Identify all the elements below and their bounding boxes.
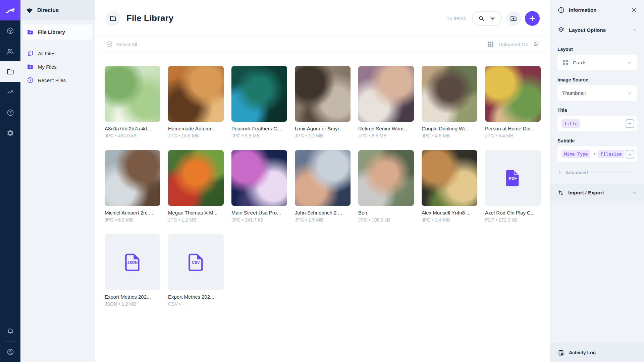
file-grid-scroll[interactable]: A8c0a7db 2b7a 4d...JPG • 467.0 kBHomemad…	[95, 52, 550, 362]
field-chip[interactable]: Mime Type	[561, 150, 590, 158]
people-icon	[6, 47, 14, 55]
module-users[interactable]	[0, 41, 20, 61]
history-icon	[26, 76, 34, 84]
file-thumbnail[interactable]	[231, 66, 287, 122]
user-menu-button[interactable]	[0, 342, 20, 362]
sidebar-item-file-library[interactable]: File Library	[23, 24, 92, 40]
module-settings[interactable]	[0, 123, 20, 143]
cards-view-icon[interactable]	[487, 41, 494, 48]
image-source-select[interactable]: Thumbnail	[557, 85, 637, 101]
file-card[interactable]: Peacock Feathers C...JPG • 9.5 MB	[231, 66, 287, 138]
file-meta: JPG • 467.0 kB	[105, 133, 160, 138]
chevron-right-icon	[557, 170, 562, 175]
file-card[interactable]: Person at Home Doi...JPG • 5.4 MB	[485, 66, 541, 138]
information-header: Information	[551, 0, 644, 20]
advanced-label: Advanced	[566, 170, 588, 175]
field-chip[interactable]: Title	[561, 119, 580, 128]
file-thumbnail[interactable]	[422, 150, 477, 206]
file-meta: JPG • 108.0 kB	[358, 217, 414, 223]
file-meta: JPG • 241.7 kB	[231, 217, 287, 223]
file-card[interactable]: Homemade Autumn...JPG • 18.6 MB	[168, 66, 224, 138]
file-card[interactable]: Megan Thomas X M...JPG • 1.2 MB	[168, 150, 224, 223]
close-icon[interactable]	[631, 7, 637, 13]
image-source-field-label: Image Source	[557, 77, 637, 82]
add-field-button[interactable]	[626, 150, 634, 159]
search-input[interactable]	[472, 11, 502, 26]
file-name: Retired Senior Wom...	[358, 125, 414, 132]
file-card[interactable]: A8c0a7db 2b7a 4d...JPG • 467.0 kB	[105, 66, 160, 138]
layout-field-label: Layout	[557, 47, 637, 52]
page-title-button[interactable]	[106, 11, 120, 26]
help-icon	[6, 109, 14, 117]
folder-icon	[6, 68, 14, 76]
chevron-up-icon	[631, 27, 637, 33]
select-all-label: Select All	[116, 42, 137, 47]
file-name: Michiel Annaert 2rc ...	[105, 209, 160, 216]
layout-options-section-header[interactable]: Layout Options	[551, 20, 644, 40]
file-thumbnail[interactable]	[485, 66, 541, 122]
file-thumbnail[interactable]: CSV	[168, 234, 224, 290]
file-thumbnail[interactable]	[168, 150, 224, 206]
file-type-document-icon: JSON	[122, 252, 143, 273]
file-meta: JPG • 6.9 MB	[105, 217, 160, 223]
file-card[interactable]: Main Street Usa Pro...JPG • 241.7 kB	[231, 150, 287, 223]
module-insights[interactable]	[0, 82, 20, 102]
file-thumbnail[interactable]	[295, 66, 351, 122]
activity-log-button[interactable]: Activity Log	[551, 343, 644, 362]
select-all-button[interactable]: Select All	[106, 41, 137, 48]
sort-direction-icon[interactable]	[533, 41, 540, 48]
layout-select[interactable]: Cards	[557, 55, 637, 70]
sidebar-item-recent-files[interactable]: Recent Files	[23, 73, 92, 87]
field-chip[interactable]: Filesize	[598, 150, 625, 158]
file-card[interactable]: CSVExport Metrics 202...CSV • --	[168, 234, 224, 307]
file-card[interactable]: Alex Munsell Yr4n8 ...JPG • 2.4 MB	[422, 150, 477, 223]
file-thumbnail[interactable]	[105, 150, 160, 206]
import-export-section-header[interactable]: Import / Export	[551, 183, 644, 202]
file-card[interactable]: John Schnobrich 2 ...JPG • 1.5 MB	[295, 150, 351, 223]
file-card[interactable]: PDFAxel Rod Chi Play C...PDF • 272.3 kB	[485, 150, 541, 223]
module-help[interactable]	[0, 102, 20, 123]
file-thumbnail[interactable]	[168, 66, 224, 122]
file-name: Axel Rod Chi Play C...	[485, 209, 541, 216]
file-meta: PDF • 272.3 kB	[485, 217, 541, 223]
module-files[interactable]	[0, 61, 20, 82]
file-card[interactable]: Retired Senior Wom...JPG • 6.5 MB	[358, 66, 414, 138]
file-thumbnail[interactable]	[105, 66, 160, 122]
advanced-toggle[interactable]: Advanced	[557, 170, 637, 175]
file-card[interactable]: JSONExport Metrics 202...JSON • 1.2 MB	[105, 234, 160, 307]
file-card[interactable]: Couple Drinking Wi...JPG • 4.5 MB	[422, 66, 477, 138]
file-type-document-icon: PDF	[502, 168, 523, 188]
project-switcher[interactable]: Directus	[20, 0, 95, 20]
file-thumbnail[interactable]	[358, 66, 414, 122]
layers-icon	[557, 26, 565, 34]
sidebar-item-all-files[interactable]: All Files	[23, 47, 92, 60]
file-thumbnail[interactable]	[231, 150, 287, 206]
add-field-button[interactable]	[626, 119, 634, 128]
directus-logo[interactable]	[0, 0, 20, 20]
file-card[interactable]: Izmir Agora or Smyr...JPG • 1.2 MB	[295, 66, 351, 138]
subtitle-template-input[interactable]: Mime Type • Filesize	[557, 146, 637, 162]
file-thumbnail[interactable]	[295, 150, 351, 206]
filter-icon[interactable]	[489, 15, 496, 22]
title-template-input[interactable]: Title	[557, 116, 637, 131]
new-folder-button[interactable]	[506, 11, 521, 26]
file-card[interactable]: BenJPG • 108.0 kB	[358, 150, 414, 223]
file-thumbnail[interactable]: JSON	[105, 234, 160, 290]
file-meta: JPG • 1.2 MB	[168, 217, 224, 223]
chevron-down-icon	[627, 60, 633, 66]
file-meta: JPG • 5.4 MB	[485, 133, 541, 138]
add-file-button[interactable]	[525, 11, 540, 26]
file-thumbnail[interactable]	[422, 66, 477, 122]
sort-field-label[interactable]: Uploaded On	[499, 42, 528, 47]
file-name: Person at Home Doi...	[485, 125, 541, 132]
module-content[interactable]	[0, 20, 20, 41]
file-card[interactable]: Michiel Annaert 2rc ...JPG • 6.9 MB	[105, 150, 160, 223]
page-header: File Library 16 Items	[95, 0, 550, 37]
file-thumbnail[interactable]: PDF	[485, 150, 541, 206]
notifications-button[interactable]	[0, 321, 20, 341]
file-meta: CSV • --	[168, 301, 224, 307]
sidebar-item-my-files[interactable]: My Files	[23, 60, 92, 73]
layout-select-value: Cards	[573, 60, 586, 65]
file-thumbnail[interactable]	[358, 150, 414, 206]
sidebar-item-label: Recent Files	[38, 77, 66, 83]
